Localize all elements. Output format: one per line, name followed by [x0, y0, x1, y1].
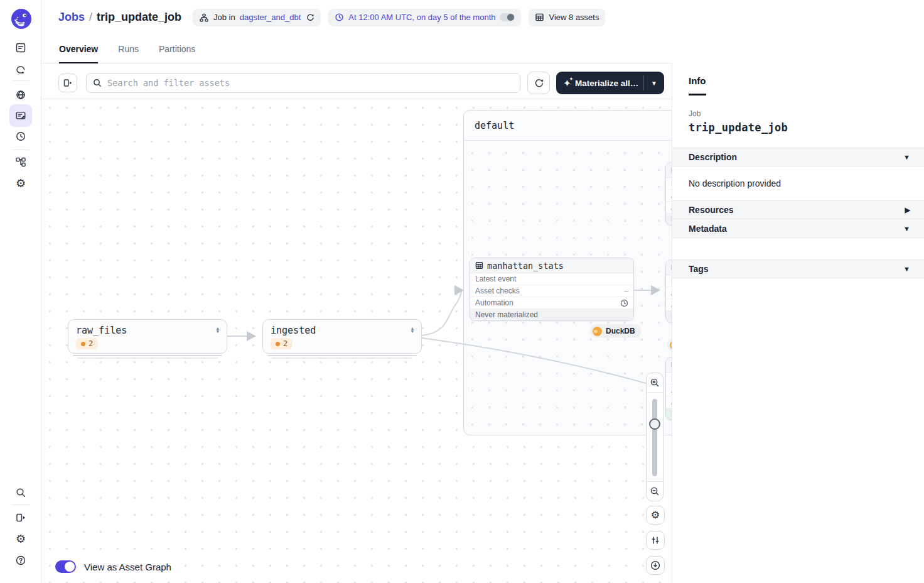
sidebar-divider [12, 504, 30, 505]
job-location-badge[interactable]: Job in dagster_and_dbt [193, 9, 321, 26]
sidebar-item-runs[interactable] [9, 58, 32, 81]
chevron-down-icon: ▼ [903, 225, 910, 232]
clock-icon [620, 299, 628, 307]
sidebar-divider [12, 80, 30, 81]
toggle-label: View as Asset Graph [84, 562, 171, 572]
sidebar-item-search[interactable] [9, 481, 32, 504]
globe-icon [14, 89, 27, 101]
gear-icon: ⚙ [16, 178, 26, 189]
sidebar-item-expand-panel[interactable] [9, 506, 32, 529]
filters-icon [650, 535, 661, 546]
table-icon [535, 13, 544, 22]
node-partial-top[interactable]: Latest event Asset checks– Automation Ne… [665, 162, 672, 226]
chevron-down-icon: ▼ [903, 265, 910, 273]
chevron-right-icon: ▶ [905, 206, 910, 214]
node-ingested[interactable]: ingested ▲▼ 2 [262, 319, 422, 354]
expand-carets-icon[interactable]: ▲▼ [217, 327, 219, 334]
node-raw-files[interactable]: raw_files ▲▼ 2 [68, 319, 227, 354]
asset-count-badge: 2 [76, 338, 98, 349]
help-icon [14, 554, 27, 567]
sidebar-item-schedules[interactable] [9, 125, 32, 148]
dagster-logo-icon[interactable] [10, 8, 33, 30]
zoom-out-button[interactable] [647, 482, 663, 501]
sidebar-item-lineage[interactable] [9, 151, 32, 173]
node-partial-mid[interactable]: Latest event Asset checks– Automation Ne… [665, 259, 672, 323]
expand-carets-icon[interactable]: ▲▼ [411, 327, 414, 334]
gear-icon: ⚙ [651, 510, 660, 520]
job-type-label: Job [689, 109, 908, 118]
job-block: Job trip_update_job [672, 99, 924, 148]
sidebar-item-deployment[interactable] [9, 84, 32, 106]
tab-partitions[interactable]: Partitions [159, 35, 195, 63]
clock-icon [14, 130, 27, 143]
graph-toolbar: ✦✦ Materialize all… ▼ [41, 63, 672, 99]
runs-icon [14, 63, 27, 76]
recenter-icon [650, 560, 661, 571]
view-as-asset-graph: View as Asset Graph [55, 560, 171, 573]
breadcrumb-jobs-link[interactable]: Jobs [58, 11, 85, 24]
sidebar-item-code-locations[interactable]: ⚙ [9, 172, 32, 195]
zoom-slider-handle[interactable] [649, 418, 660, 430]
tab-runs[interactable]: Runs [118, 35, 139, 63]
node-label: ingested [271, 325, 316, 336]
asset-checks-row: Asset checks [475, 286, 520, 295]
sidebar-item-jobs[interactable] [9, 104, 32, 127]
tab-bar: Overview Runs Partitions [41, 35, 672, 63]
node-label: raw_files [76, 325, 127, 336]
reload-icon[interactable] [305, 13, 314, 22]
schedule-toggle[interactable] [500, 13, 515, 21]
tab-info[interactable]: Info [689, 75, 706, 86]
recenter-button[interactable] [646, 556, 665, 575]
schedule-text: At 12:00 AM UTC, on day 5 of the month [348, 13, 495, 22]
group-header[interactable]: default [464, 111, 672, 141]
code-location-link[interactable]: dagster_and_dbt [240, 13, 301, 22]
sidebar-item-overview[interactable] [9, 36, 32, 59]
zoom-slider-track[interactable] [652, 399, 657, 476]
job-in-label: Job in [213, 13, 235, 22]
tab-overview[interactable]: Overview [59, 35, 98, 63]
search-icon [14, 486, 27, 499]
sidebar: ⚙ ⚙ [0, 0, 41, 583]
materialize-all-label: Materialize all… [575, 79, 638, 88]
asset-count-badge: 2 [271, 338, 293, 349]
sidebar-item-settings[interactable]: ⚙ [9, 528, 32, 550]
page-title: trip_update_job [97, 11, 181, 24]
node-manhattan-stats[interactable]: manhattan_stats Latest event Asset check… [470, 258, 634, 321]
asset-search [86, 73, 520, 93]
job-name: trip_update_job [689, 121, 908, 134]
info-tab-bar: Info [672, 63, 924, 99]
asset-graph-canvas[interactable]: default raw_files ▲▼ [41, 99, 672, 583]
hierarchy-icon [199, 13, 209, 23]
asset-graph-toggle[interactable] [55, 560, 76, 573]
node-partial-bottom[interactable]: Latest event Asset checks– Automation Ma… [665, 357, 672, 420]
zoom-slider[interactable] [647, 392, 663, 482]
graph-filters-button[interactable] [646, 531, 665, 550]
materialization-status: Materialized [666, 408, 672, 420]
sparkle-icon: ✦✦ [564, 79, 571, 87]
info-panel: Info Job trip_update_job Description ▼ N… [672, 63, 924, 583]
zoom-in-button[interactable] [647, 373, 663, 392]
view-assets-badge[interactable]: View 8 assets [529, 9, 605, 26]
search-input[interactable] [86, 73, 520, 93]
zoom-controls [646, 373, 663, 501]
section-tags[interactable]: Tags ▼ [672, 259, 924, 278]
sidebar-divider [12, 150, 30, 150]
description-body: No description provided [672, 166, 924, 200]
section-description[interactable]: Description ▼ [672, 148, 924, 166]
schedule-badge[interactable]: At 12:00 AM UTC, on day 5 of the month [328, 9, 521, 26]
graph-settings-button[interactable]: ⚙ [646, 506, 665, 525]
refresh-button[interactable] [527, 72, 550, 94]
materialization-status: Never materialized [666, 214, 672, 225]
sidebar-item-help[interactable] [9, 549, 32, 572]
section-resources[interactable]: Resources ▶ [672, 200, 924, 219]
clock-icon [335, 13, 344, 22]
status-dot [276, 342, 280, 346]
search-icon [92, 78, 102, 88]
materialize-options-caret[interactable]: ▼ [644, 72, 664, 94]
breadcrumb: Jobs / trip_update_job [58, 11, 181, 24]
gear-icon: ⚙ [16, 533, 26, 545]
materialize-all-button[interactable]: ✦✦ Materialize all… ▼ [556, 72, 664, 94]
page-header: Jobs / trip_update_job Job in dagster_an… [41, 0, 672, 35]
collapse-panel-button[interactable] [58, 74, 77, 92]
section-metadata[interactable]: Metadata ▼ [672, 219, 924, 238]
